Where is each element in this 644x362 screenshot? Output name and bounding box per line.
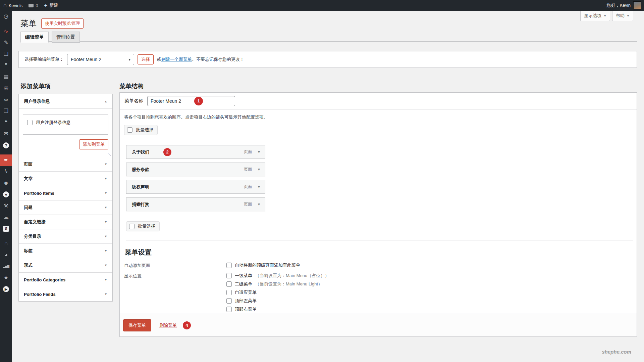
media-icon: ❏ — [4, 51, 8, 57]
bank-icon: ⌂ — [4, 241, 8, 246]
sidebar-item-star[interactable]: ★ — [0, 272, 12, 283]
sidebar-item-comments[interactable]: ❝ — [0, 117, 12, 128]
create-new-menu-link[interactable]: 创建一个新菜单 — [161, 57, 192, 62]
sidebar-item-media[interactable]: ❏ — [0, 48, 12, 60]
menu-item-type: 页面 — [244, 149, 252, 155]
nav-tabs: 编辑菜单 管理位置 — [20, 31, 637, 42]
bulk-select-checkbox[interactable] — [129, 224, 135, 229]
chevron-down-icon: ▼ — [104, 191, 107, 195]
auto-add-checkbox[interactable] — [226, 263, 232, 268]
help-button[interactable]: 帮助 ▼ — [612, 11, 633, 21]
delete-menu-link[interactable]: 删除菜单 — [159, 322, 177, 328]
menu-item[interactable]: 捐赠打赏页面▼ — [126, 197, 265, 211]
sidebar-item-updates-circle[interactable]: v — [0, 189, 12, 200]
menu-name-label: 菜单名称 — [124, 98, 143, 104]
select-menu-label: 选择要编辑的菜单： — [24, 56, 64, 62]
chevron-down-icon: ▼ — [104, 292, 107, 296]
location-checkbox[interactable] — [226, 281, 232, 287]
user-greeting[interactable]: 您好，Kevin — [606, 2, 631, 8]
sidebar-item-plugins[interactable]: ϟ — [0, 166, 12, 177]
star-icon: ★ — [4, 275, 8, 280]
location-checkbox[interactable] — [226, 298, 232, 304]
sidebar-item-bank[interactable]: ⌂ — [0, 238, 12, 249]
save-menu-button[interactable]: 保存菜单 — [123, 319, 151, 331]
bulk-select-bottom[interactable]: 批量选择 — [126, 221, 160, 231]
panel-title: 自定义链接 — [24, 219, 46, 225]
location-note: （当前设置为：Main Menu Light） — [255, 281, 322, 287]
sidebar-item-portfolio[interactable]: ✇ — [0, 83, 12, 94]
accordion-panel[interactable]: 分类目录▼ — [19, 229, 112, 243]
select-button[interactable]: 选择 — [138, 54, 154, 64]
add-to-menu-button[interactable]: 添加到菜单 — [79, 139, 108, 149]
location-label: 顶部右菜单 — [235, 306, 257, 312]
menu-item[interactable]: 服务条款页面▼ — [126, 163, 265, 176]
sidebar-item-pie-chart[interactable]: ◕ — [0, 249, 12, 261]
users-icon: ☻ — [3, 180, 9, 186]
sidebar-item-tools[interactable]: ⚒ — [0, 200, 12, 212]
accordion-panel[interactable]: 形式▼ — [19, 258, 112, 272]
bulk-select-top[interactable]: 批量选择 — [124, 125, 158, 135]
accordion-panel[interactable]: Portfolio Items▼ — [19, 186, 112, 200]
chevron-down-icon[interactable]: ▼ — [257, 185, 261, 189]
menu-select-dropdown[interactable]: Footer Meun 2 ▾ — [67, 54, 134, 65]
accordion-panel-user-login[interactable]: 用户登录信息 ▲ — [19, 94, 112, 108]
resize-grip-icon[interactable]: ⋰ — [108, 152, 111, 156]
sidebar-item-dashboard[interactable]: ◷ — [0, 11, 12, 22]
location-checkbox[interactable] — [226, 307, 232, 312]
accordion-panel[interactable]: 页面▼ — [19, 157, 112, 171]
chevron-down-icon: ▼ — [104, 220, 107, 224]
plus-icon: + — [44, 3, 47, 8]
settings-sliders-icon: ⇵ — [3, 226, 9, 232]
menu-item-title: 捐赠打赏 — [132, 201, 149, 208]
chevron-down-icon[interactable]: ▼ — [257, 150, 261, 154]
user-login-checkbox[interactable] — [27, 120, 33, 125]
menu-item-title: 关于我们 — [132, 149, 149, 155]
tools-icon: ⚒ — [4, 203, 8, 209]
site-name: Kevin's — [9, 3, 23, 8]
sidebar-item-video-play[interactable]: ▶ — [0, 283, 12, 295]
tab-manage-locations[interactable]: 管理位置 — [52, 32, 80, 43]
location-checkbox[interactable] — [226, 273, 232, 278]
sidebar-item-feedback[interactable]: ❞ — [0, 60, 12, 71]
sidebar-item-appearance-brush[interactable]: ✒ — [0, 154, 12, 166]
sidebar-item-bar-chart[interactable]: ▂▅▇ — [0, 261, 12, 272]
location-label: 一级菜单 — [235, 273, 252, 279]
avatar[interactable] — [633, 1, 641, 9]
sidebar-item-help[interactable]: ? — [0, 140, 12, 151]
sidebar-item-links[interactable]: ∞ — [0, 94, 12, 105]
menu-item[interactable]: 关于我们2页面▼ — [126, 145, 265, 159]
location-checkbox[interactable] — [226, 290, 232, 295]
sidebar-item-documents[interactable]: ❐ — [0, 105, 12, 117]
sidebar-item-contact-mail[interactable]: ✉ — [0, 128, 12, 140]
portfolio-icon: ✇ — [4, 86, 8, 91]
bulk-select-checkbox[interactable] — [127, 127, 132, 133]
feedback-icon: ❞ — [5, 63, 8, 68]
sidebar-item-pages[interactable]: ▤ — [0, 71, 12, 83]
accordion-panel[interactable]: 标签▼ — [19, 243, 112, 258]
tab-edit-menus[interactable]: 编辑菜单 — [20, 32, 49, 43]
sidebar-item-settings-sliders[interactable]: ⇵ — [0, 223, 12, 234]
sidebar-item-cloud[interactable]: ☁ — [0, 212, 12, 223]
accordion-panel[interactable]: Portfolio Categories▼ — [19, 272, 112, 287]
sidebar-item-stats-waveform[interactable]: ∿ — [0, 26, 12, 37]
accordion-panel[interactable]: 自定义链接▼ — [19, 215, 112, 229]
accordion-open-body: 用户注册登录信息 添加到菜单 ⋰ — [19, 108, 112, 157]
adminbar-comments[interactable]: 0 — [29, 3, 38, 8]
menu-name-input[interactable] — [147, 96, 235, 106]
accordion-panel[interactable]: Portfolio Fields▼ — [19, 287, 112, 301]
chevron-down-icon[interactable]: ▼ — [257, 168, 261, 171]
accordion-panel[interactable]: 文章▼ — [19, 171, 112, 186]
adminbar-new[interactable]: + 新建 — [44, 2, 58, 8]
sidebar-item-posts-pin[interactable]: ✎ — [0, 37, 12, 48]
screen-options-button[interactable]: 显示选项 ▼ — [580, 11, 610, 21]
chevron-down-icon[interactable]: ▼ — [257, 202, 261, 206]
live-preview-button[interactable]: 使用实时预览管理 — [41, 18, 84, 29]
menu-item[interactable]: 版权声明页面▼ — [126, 180, 265, 194]
sidebar-item-users[interactable]: ☻ — [0, 177, 12, 189]
sidebar-separator — [0, 151, 12, 154]
accordion-panel[interactable]: 问题▼ — [19, 200, 112, 215]
adminbar-site-menu[interactable]: ⌂ Kevin's — [3, 3, 22, 8]
screen-meta: 显示选项 ▼ 帮助 ▼ — [580, 11, 633, 21]
menu-item-type: 页面 — [244, 167, 252, 172]
save-reminder-text: 。不要忘记保存您的更改！ — [192, 57, 244, 62]
